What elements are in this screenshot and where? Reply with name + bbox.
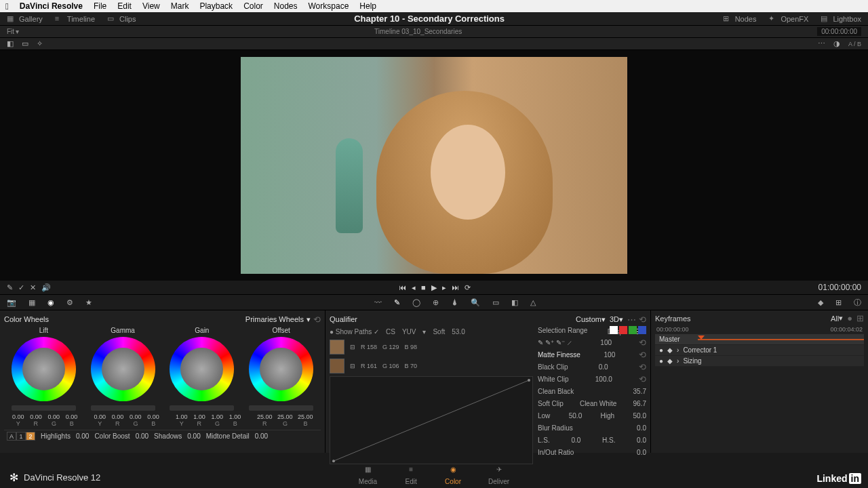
data-burn-icon[interactable]: △ — [530, 298, 536, 307]
ab-label[interactable]: A / B — [848, 41, 861, 47]
timeline-button[interactable]: ≡Timeline — [55, 14, 95, 24]
gamma-g[interactable]: 0.00 — [127, 413, 144, 420]
bypass-icon[interactable]: ◑ — [833, 39, 840, 48]
kf-sizing-row[interactable]: ●◆›Sizing — [655, 356, 864, 367]
chevron-right-icon[interactable]: › — [677, 357, 679, 365]
menu-view[interactable]: View — [142, 1, 160, 11]
step-fwd-button[interactable]: ▸ — [442, 283, 446, 292]
offset-b[interactable]: 25.00 — [297, 413, 313, 420]
reset-qualifier-icon[interactable]: ⟲ — [639, 314, 646, 325]
reset-icon[interactable]: ⟲ — [639, 362, 646, 372]
all-dropdown[interactable]: All — [831, 314, 839, 323]
highlights-value[interactable]: 0.00 — [76, 432, 89, 440]
page-deliver[interactable]: ✈Deliver — [488, 466, 509, 485]
showpaths-toggle[interactable]: ● Show Paths ✓ — [330, 328, 379, 336]
gain-r[interactable]: 1.00 — [191, 413, 208, 420]
gain-wheel[interactable] — [170, 337, 234, 401]
wand-icon[interactable]: ✧ — [37, 39, 43, 48]
gamma-r[interactable]: 0.00 — [110, 413, 126, 420]
picker-icon[interactable]: ◧ — [7, 39, 14, 48]
options-icon[interactable]: ⋯ — [627, 314, 636, 325]
apple-menu-icon[interactable]:  — [5, 1, 9, 12]
range-red[interactable] — [619, 326, 627, 334]
delete-swatch-1-icon[interactable]: ⊟ — [350, 344, 355, 350]
cleanblack-value[interactable]: 35.7 — [633, 388, 646, 395]
lift-b[interactable]: 0.00 — [64, 413, 80, 420]
lift-g[interactable]: 0.00 — [45, 413, 62, 420]
reset-icon[interactable]: ⟲ — [639, 338, 646, 348]
stop-button[interactable]: ■ — [421, 283, 426, 292]
offset-r[interactable]: 25.00 — [256, 413, 273, 420]
picker-value[interactable]: 100 — [600, 339, 612, 346]
page-media[interactable]: ▦Media — [359, 466, 377, 485]
delete-swatch-2-icon[interactable]: ⊟ — [350, 363, 355, 369]
reset-icon[interactable]: ⟲ — [639, 350, 646, 360]
page-color[interactable]: ◉Color — [445, 466, 461, 485]
eyedropper-icon[interactable]: ✎ — [7, 283, 13, 292]
qualifier-3d[interactable]: 3D — [610, 315, 619, 323]
lift-master-slider[interactable] — [12, 405, 76, 411]
page-a[interactable]: A — [7, 432, 16, 441]
gain-y[interactable]: 1.00 — [174, 413, 190, 420]
gamma-master-slider[interactable] — [91, 405, 155, 411]
range-blue[interactable] — [638, 326, 646, 334]
last-frame-button[interactable]: ⏭ — [452, 283, 459, 292]
menu-mark[interactable]: Mark — [171, 1, 189, 11]
kf-opts-icon[interactable]: ● — [847, 313, 852, 323]
ls-value[interactable]: 0.0 — [571, 436, 580, 444]
qualifier-icon[interactable]: ✎ — [394, 298, 400, 307]
clips-button[interactable]: ▭Clips — [107, 14, 136, 24]
soft-value[interactable]: 53.0 — [452, 328, 465, 336]
camera-raw-icon[interactable]: 📷 — [7, 298, 16, 307]
gain-b[interactable]: 1.00 — [227, 413, 243, 420]
shadows-value[interactable]: 0.00 — [187, 432, 200, 440]
kf-master-row[interactable]: Master — [655, 334, 864, 345]
whiteclip-value[interactable]: 100.0 — [595, 375, 612, 383]
menu-nodes[interactable]: Nodes — [274, 1, 298, 11]
menu-workspace[interactable]: Workspace — [309, 1, 349, 11]
menu-edit[interactable]: Edit — [117, 1, 132, 11]
chevron-right-icon[interactable]: › — [677, 346, 679, 354]
splitview-icon[interactable]: ▭ — [22, 39, 28, 48]
curves-icon[interactable]: 〰 — [374, 298, 382, 306]
kf-lock-icon[interactable]: ● — [659, 346, 663, 354]
openfx-button[interactable]: ✦OpenFX — [768, 14, 808, 24]
gain-master-slider[interactable] — [170, 405, 234, 411]
low-value[interactable]: 50.0 — [569, 412, 582, 420]
kf-corrector-row[interactable]: ●◆›Corrector 1 — [655, 345, 864, 356]
app-menu[interactable]: DaVinci Resolve — [20, 1, 83, 11]
gamma-b[interactable]: 0.00 — [145, 413, 161, 420]
rgb-mixer-icon[interactable]: ⚙ — [66, 298, 73, 307]
key-icon[interactable]: 🔍 — [471, 298, 480, 307]
diamond-icon[interactable]: ◆ — [667, 357, 673, 365]
lift-r[interactable]: 0.00 — [28, 413, 44, 420]
menu-help[interactable]: Help — [359, 1, 376, 11]
midtone-value[interactable]: 0.00 — [255, 432, 268, 440]
first-frame-button[interactable]: ⏮ — [399, 283, 406, 292]
playhead[interactable] — [698, 339, 864, 340]
gallery-button[interactable]: ▦Gallery — [7, 14, 43, 24]
video-frame[interactable] — [241, 57, 627, 274]
kf-expand-icon[interactable]: ⊞ — [856, 313, 864, 323]
sample-swatch-2[interactable] — [330, 359, 344, 373]
menu-color[interactable]: Color — [243, 1, 263, 11]
reset-icon[interactable]: ⟲ — [639, 374, 646, 384]
menu-file[interactable]: File — [94, 1, 106, 11]
curve-area[interactable] — [330, 376, 533, 464]
kf-lock-icon[interactable]: ● — [659, 357, 663, 365]
matte-value[interactable]: 100 — [604, 351, 616, 359]
diamond-icon[interactable]: ◆ — [667, 346, 673, 354]
cleanwhite-value[interactable]: 96.7 — [633, 400, 646, 407]
pickers-row[interactable]: ✎ ✎⁺ ✎⁻ ⟋ — [538, 339, 573, 346]
high-value[interactable]: 50.0 — [633, 412, 646, 420]
sample-swatch-1[interactable] — [330, 340, 344, 354]
blurradius-value[interactable]: 0.0 — [637, 424, 646, 432]
gamma-y[interactable]: 0.00 — [92, 413, 108, 420]
fit-check-icon[interactable]: ✓ — [18, 283, 24, 292]
viewer-opts-icon[interactable]: ⋯ — [818, 39, 825, 48]
window-icon[interactable]: ◯ — [412, 298, 420, 307]
gain-g[interactable]: 1.00 — [209, 413, 225, 420]
speaker-icon[interactable]: 🔊 — [41, 283, 51, 292]
motion-icon[interactable]: ★ — [85, 298, 92, 307]
offset-wheel[interactable] — [249, 337, 313, 401]
